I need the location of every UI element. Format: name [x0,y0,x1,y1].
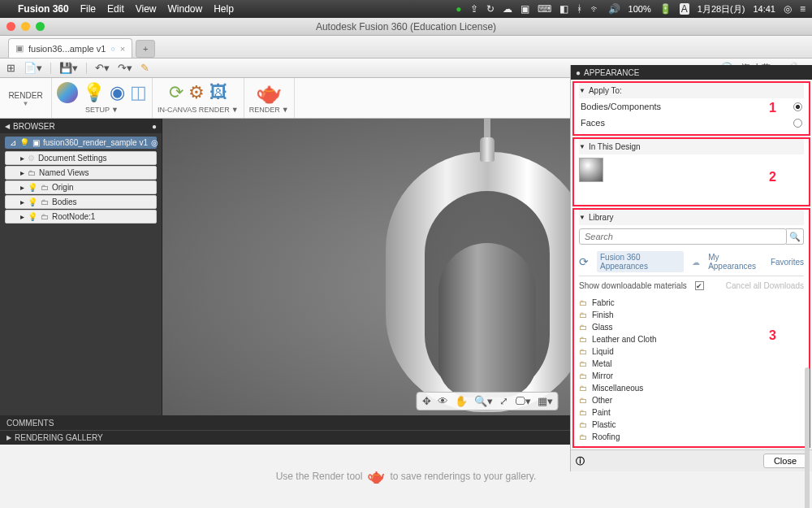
decal-icon[interactable]: ◉ [110,82,125,103]
save-icon[interactable]: 💾▾ [59,62,78,74]
ribbon-group-render-label[interactable]: RENDER ▼ [249,106,289,114]
visibility-icon[interactable]: 💡 [28,198,37,206]
browser-header[interactable]: ◀ BROWSER ● [0,119,162,133]
list-item[interactable]: 🗀Liquid [579,345,799,358]
pan-icon[interactable]: ✋ [455,395,468,407]
radio-icon[interactable]: ◎ [151,138,158,147]
tree-item[interactable]: ▸💡🗀Origin [5,180,157,194]
window-minimize-button[interactable] [21,22,30,31]
tab-my-appearances[interactable]: My Appearances [708,253,762,271]
panel-settings-icon[interactable]: ● [576,68,581,77]
list-item[interactable]: 🗀Other [579,394,799,406]
search-input[interactable] [579,228,787,245]
radio-icon[interactable] [793,119,802,128]
file-menu-icon[interactable]: 📄▾ [24,62,42,74]
in-design-header[interactable]: ▼In This Design [579,139,804,154]
list-item[interactable]: 🗀Fabric [579,297,799,309]
menu-window[interactable]: Window [168,3,203,15]
close-button[interactable]: Close [763,454,807,468]
orbit-icon[interactable]: ✥ [422,395,431,407]
data-panel-icon[interactable]: ⊞ [6,62,15,74]
status-bluetooth-icon[interactable]: ᚼ [577,3,582,15]
cancel-downloads-link[interactable]: Cancel all Downloads [726,281,804,290]
apply-faces-row[interactable]: Faces [579,115,804,131]
list-item[interactable]: 🗀Plastic [579,419,799,431]
capture-image-icon[interactable]: 🖼 [209,82,227,103]
status-input-icon[interactable]: A [680,3,689,15]
visibility-icon[interactable]: 💡 [19,138,29,147]
display-icon[interactable]: 🖵▾ [515,395,531,407]
info-icon[interactable]: ⓘ [576,455,585,467]
tree-item[interactable]: ▸🗀Named Views [5,166,157,180]
list-item[interactable]: 🗀Finish [579,309,799,321]
window-close-button[interactable] [6,22,15,31]
texture-map-icon[interactable]: ◫ [130,82,147,103]
new-tab-button[interactable]: + [136,40,155,58]
status-volume-icon[interactable]: 🔊 [608,3,620,15]
visibility-icon[interactable]: 💡 [28,183,37,192]
list-item[interactable]: 🗀Roofing [579,431,799,443]
tab-fusion-appearances[interactable]: Fusion 360 Appearances [597,251,684,272]
in-canvas-render-icon[interactable]: ⟳ [169,82,184,103]
workspace-switcher[interactable]: RENDER ▼ [0,78,52,118]
close-tab-icon[interactable]: × [120,44,125,54]
app-name[interactable]: Fusion 360 [18,3,69,15]
status-date[interactable]: 1月28日(月) [698,3,745,15]
status-wifi-icon[interactable]: ᯤ [590,3,600,15]
list-item[interactable]: 🗀Glass [579,321,799,333]
zoom-icon[interactable]: 🔍▾ [474,395,493,407]
checkbox-checked-icon[interactable]: ✔ [695,281,704,290]
status-siri-icon[interactable]: ◎ [784,3,792,15]
library-header[interactable]: ▼Library [579,210,804,225]
list-item[interactable]: 🗀Miscellaneous [579,382,799,394]
tree-item[interactable]: ▸💡🗀Bodies [5,195,157,209]
tree-item[interactable]: ▸⚙Document Settings [5,151,157,165]
status-display-icon[interactable]: ▣ [520,3,529,15]
visibility-icon[interactable]: 💡 [28,212,37,221]
appearance-icon[interactable] [57,82,78,103]
fit-icon[interactable]: ⤢ [499,395,508,407]
in-canvas-settings-icon[interactable]: ⚙ [188,82,205,103]
window-zoom-button[interactable] [36,22,45,31]
menu-file[interactable]: File [80,3,96,15]
apply-to-header[interactable]: ▼Apply To: [579,83,804,98]
tree-item[interactable]: ▸💡🗀RootNode:1 [5,210,157,224]
ribbon-group-setup-label[interactable]: SETUP ▼ [85,106,119,114]
redo-icon[interactable]: ↷▾ [118,62,132,74]
list-item[interactable]: 🗀Paint [579,406,799,419]
list-item[interactable]: 🗀Mirror [579,370,799,382]
refresh-icon[interactable]: ⟳ [579,255,589,268]
ribbon-group-canvas-label[interactable]: IN-CANVAS RENDER ▼ [158,106,239,114]
list-item[interactable]: 🗀Metal [579,358,799,370]
expand-icon[interactable]: ▶ [6,434,11,441]
look-icon[interactable]: 👁 [438,395,448,407]
status-screen-icon[interactable]: ◧ [559,3,568,15]
menu-help[interactable]: Help [214,3,234,15]
material-swatch[interactable] [579,158,603,182]
status-keyboard-icon[interactable]: ⌨ [538,3,551,15]
tree-root[interactable]: ⊿ 💡 ▣ fusion360_render_sample v1 ◎ [5,137,157,149]
list-item[interactable]: 🗀Leather and Cloth [579,333,799,345]
render-teapot-icon[interactable]: 🫖 [256,80,282,106]
status-line-icon[interactable]: ● [456,3,461,15]
appearance-panel-header[interactable]: ● APPEARANCE [571,65,812,80]
undo-icon[interactable]: ↶▾ [95,62,110,74]
scrollbar[interactable] [805,367,810,508]
radio-selected-icon[interactable] [793,102,802,111]
grid-icon[interactable]: ▦▾ [538,395,553,407]
collapse-left-icon[interactable]: ◀ [5,123,10,130]
status-cloud-icon[interactable]: ☁ [503,3,512,15]
search-icon[interactable]: 🔍 [786,228,804,245]
panel-settings-icon[interactable]: ● [152,122,157,131]
status-battery-icon[interactable]: 🔋 [659,3,672,15]
scene-settings-icon[interactable]: 💡 [83,82,105,103]
status-sync-icon[interactable]: ↻ [486,3,495,15]
status-notifications-icon[interactable]: ≡ [800,3,806,15]
status-time[interactable]: 14:41 [753,4,775,14]
document-tab[interactable]: ▣ fusion36...ample v1 ○ × [8,38,132,58]
menu-edit[interactable]: Edit [107,3,124,15]
menu-view[interactable]: View [136,3,157,15]
status-dropbox-icon[interactable]: ⇪ [470,3,478,15]
tab-favorites[interactable]: Favorites [771,258,804,267]
appearance-panel: ● APPEARANCE ▼Apply To: Bodies/Component… [570,65,812,471]
